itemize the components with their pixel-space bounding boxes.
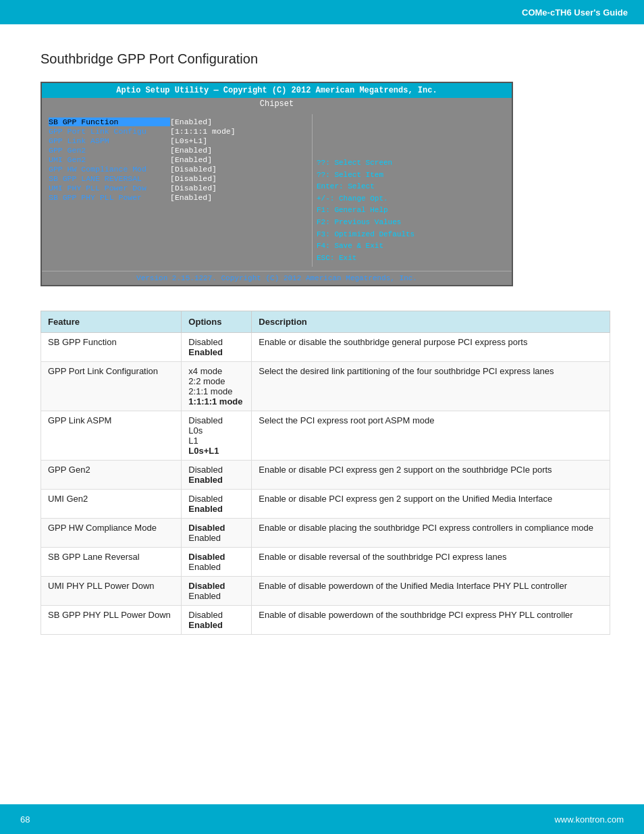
page-title: Southbridge GPP Port Configuration bbox=[41, 51, 610, 67]
cell-feature-4: UMI Gen2 bbox=[41, 490, 182, 519]
table-row: SB GPP FunctionDisabledEnabledEnable or … bbox=[41, 333, 610, 362]
bios-key-4: UMI Gen2 bbox=[49, 155, 170, 164]
bios-footer: Version 2.15.1227. Copyright (C) 2012 Am… bbox=[42, 271, 512, 285]
table-row: GPP HW Compliance ModeDisabledEnabledEna… bbox=[41, 519, 610, 548]
footer-website: www.kontron.com bbox=[554, 814, 624, 825]
cell-options-3: DisabledEnabled bbox=[182, 461, 252, 490]
option-2-2: L1 bbox=[188, 436, 244, 446]
cell-options-1: x4 mode2:2 mode2:1:1 mode1:1:1:1 mode bbox=[182, 362, 252, 411]
col-description: Description bbox=[252, 311, 610, 333]
cell-options-2: DisabledL0sL1L0s+L1 bbox=[182, 411, 252, 461]
cell-description-2: Select the PCI express root port ASPM mo… bbox=[252, 411, 610, 461]
cell-description-1: Select the desired link partitioning of … bbox=[252, 362, 610, 411]
cell-description-5: Enable or disable placing the southbridg… bbox=[252, 519, 610, 548]
option-8-1: Enabled bbox=[188, 620, 244, 630]
col-feature: Feature bbox=[41, 311, 182, 333]
cell-description-6: Enable or disable reversal of the southb… bbox=[252, 548, 610, 577]
option-6-1: Enabled bbox=[188, 562, 244, 572]
bios-key-6: SB GPP LANE REVERSAL bbox=[49, 174, 170, 183]
feature-table: Feature Options Description SB GPP Funct… bbox=[41, 311, 610, 635]
bios-body: SB GPP Function[Enabled]GPP Port Link Co… bbox=[42, 110, 512, 271]
cell-feature-3: GPP Gen2 bbox=[41, 461, 182, 490]
bios-header-title: Aptio Setup Utility — Copyright (C) 2012… bbox=[42, 83, 512, 98]
cell-description-4: Enable or disable PCI express gen 2 supp… bbox=[252, 490, 610, 519]
option-2-1: L0s bbox=[188, 425, 244, 436]
bios-menu: SB GPP Function[Enabled]GPP Port Link Co… bbox=[42, 114, 312, 267]
bios-row-1: GPP Port Link Configu[1:1:1:1 mode] bbox=[49, 127, 305, 136]
bios-key-0: SB GPP Function bbox=[49, 118, 170, 126]
bios-row-3: GPP Gen2[Enabled] bbox=[49, 146, 305, 155]
table-row: GPP Link ASPMDisabledL0sL1L0s+L1Select t… bbox=[41, 411, 610, 461]
page-footer: 68 www.kontron.com bbox=[0, 804, 644, 834]
main-content: Southbridge GPP Port Configuration Aptio… bbox=[0, 24, 644, 662]
table-row: SB GPP Lane ReversalDisabledEnabledEnabl… bbox=[41, 548, 610, 577]
bios-row-8: SB GPP PHY PLL Power[Enabled] bbox=[49, 193, 305, 202]
bios-val-7: [Disabled] bbox=[170, 184, 217, 192]
option-3-0: Disabled bbox=[188, 465, 244, 475]
table-row: SB GPP PHY PLL Power DownDisabledEnabled… bbox=[41, 606, 610, 635]
bios-help-text: ??: Select Screen ??: Select Item Enter:… bbox=[317, 157, 490, 264]
cell-options-6: DisabledEnabled bbox=[182, 548, 252, 577]
bios-val-1: [1:1:1:1 mode] bbox=[170, 127, 236, 136]
table-row: UMI Gen2DisabledEnabledEnable or disable… bbox=[41, 490, 610, 519]
cell-options-8: DisabledEnabled bbox=[182, 606, 252, 635]
option-7-0: Disabled bbox=[188, 581, 244, 591]
option-2-0: Disabled bbox=[188, 415, 244, 425]
footer-page-number: 68 bbox=[20, 814, 30, 825]
option-0-1: Enabled bbox=[188, 347, 244, 357]
table-row: UMI PHY PLL Power DownDisabledEnabledEna… bbox=[41, 577, 610, 606]
cell-description-3: Enable or disable PCI express gen 2 supp… bbox=[252, 461, 610, 490]
option-5-0: Disabled bbox=[188, 523, 244, 533]
bios-footer-text: Version 2.15.1227. Copyright (C) 2012 Am… bbox=[136, 274, 417, 282]
cell-options-4: DisabledEnabled bbox=[182, 490, 252, 519]
bios-val-3: [Enabled] bbox=[170, 146, 212, 155]
cell-feature-8: SB GPP PHY PLL Power Down bbox=[41, 606, 182, 635]
table-header-row: Feature Options Description bbox=[41, 311, 610, 333]
cell-description-0: Enable or disable the southbridge genera… bbox=[252, 333, 610, 362]
bios-help: ??: Select Screen ??: Select Item Enter:… bbox=[312, 114, 494, 267]
cell-feature-1: GPP Port Link Configuration bbox=[41, 362, 182, 411]
bios-val-4: [Enabled] bbox=[170, 155, 212, 164]
cell-options-7: DisabledEnabled bbox=[182, 577, 252, 606]
cell-description-8: Enable of disable powerdown of the south… bbox=[252, 606, 610, 635]
option-4-1: Enabled bbox=[188, 504, 244, 514]
header-title: COMe-cTH6 User's Guide bbox=[522, 7, 628, 18]
bios-val-5: [Disabled] bbox=[170, 165, 217, 174]
bios-row-5: GPP HW Compliance Mod[Disabled] bbox=[49, 165, 305, 174]
bios-key-8: SB GPP PHY PLL Power bbox=[49, 193, 170, 202]
bios-row-0: SB GPP Function[Enabled] bbox=[49, 118, 305, 126]
option-6-0: Disabled bbox=[188, 552, 244, 562]
bios-key-5: GPP HW Compliance Mod bbox=[49, 165, 170, 174]
bios-key-7: UMI PHY PLL Power Dow bbox=[49, 184, 170, 192]
cell-feature-0: SB GPP Function bbox=[41, 333, 182, 362]
cell-feature-2: GPP Link ASPM bbox=[41, 411, 182, 461]
option-0-0: Disabled bbox=[188, 337, 244, 347]
table-row: GPP Port Link Configurationx4 mode2:2 mo… bbox=[41, 362, 610, 411]
option-3-1: Enabled bbox=[188, 475, 244, 485]
bios-val-0: [Enabled] bbox=[170, 118, 212, 126]
cell-feature-6: SB GPP Lane Reversal bbox=[41, 548, 182, 577]
col-options: Options bbox=[182, 311, 252, 333]
bios-row-4: UMI Gen2[Enabled] bbox=[49, 155, 305, 164]
option-4-0: Disabled bbox=[188, 494, 244, 504]
option-5-1: Enabled bbox=[188, 533, 244, 543]
bios-val-8: [Enabled] bbox=[170, 193, 212, 202]
bios-row-6: SB GPP LANE REVERSAL[Disabled] bbox=[49, 174, 305, 183]
bios-screenshot: Aptio Setup Utility — Copyright (C) 2012… bbox=[41, 82, 513, 286]
bios-key-1: GPP Port Link Configu bbox=[49, 127, 170, 136]
bios-row-2: GPP Link ASPM[L0s+L1] bbox=[49, 136, 305, 145]
option-1-3: 1:1:1:1 mode bbox=[188, 396, 244, 407]
header-bar: COMe-cTH6 User's Guide bbox=[0, 0, 644, 24]
bios-val-6: [Disabled] bbox=[170, 174, 217, 183]
bios-key-2: GPP Link ASPM bbox=[49, 136, 170, 145]
option-1-1: 2:2 mode bbox=[188, 376, 244, 386]
bios-subtitle: Chipset bbox=[42, 98, 512, 110]
bios-key-3: GPP Gen2 bbox=[49, 146, 170, 155]
option-8-0: Disabled bbox=[188, 610, 244, 620]
table-row: GPP Gen2DisabledEnabledEnable or disable… bbox=[41, 461, 610, 490]
option-1-0: x4 mode bbox=[188, 366, 244, 376]
cell-options-0: DisabledEnabled bbox=[182, 333, 252, 362]
bios-row-7: UMI PHY PLL Power Dow[Disabled] bbox=[49, 184, 305, 192]
bios-val-2: [L0s+L1] bbox=[170, 136, 207, 145]
cell-feature-7: UMI PHY PLL Power Down bbox=[41, 577, 182, 606]
